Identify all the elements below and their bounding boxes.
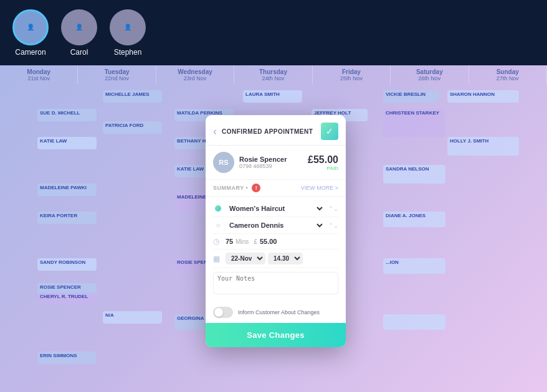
customer-phone: 0798 468539: [239, 163, 303, 169]
appt-block: N/A: [103, 311, 162, 324]
staff-select[interactable]: Cameron Dennis: [227, 221, 325, 230]
service-dot: [215, 205, 221, 212]
cal-header-friday: Friday 25th Nov: [313, 65, 391, 84]
save-changes-button[interactable]: Save Changes: [206, 323, 346, 347]
modal-title: CONFIRMED APPOINTMENT: [222, 128, 321, 135]
notes-textarea[interactable]: [213, 272, 338, 294]
cal-header-thursday: Thursday 24th Nov: [234, 65, 312, 84]
appt-block: SANDRA NELSON: [383, 165, 445, 184]
duration-unit: Mins: [235, 238, 249, 245]
summary-label: SUMMARY •: [213, 185, 248, 191]
appt-block: CHRISTEEN STARKEY: [383, 109, 445, 137]
cameron-name: Cameron: [15, 48, 45, 57]
customer-row: RS Rosie Spencer 0798 468539 £55.00 PAID: [206, 146, 346, 180]
service-select[interactable]: Women's Haircut: [227, 204, 325, 213]
appt-block: PATRICIA FORD: [103, 121, 162, 134]
duration-row: ◷ 75 Mins £ 55.00: [213, 234, 338, 250]
appt-block: ...ION: [383, 258, 445, 274]
person-icon: ○: [213, 220, 223, 230]
currency-symbol: £: [254, 238, 257, 245]
price-amount: £55.00: [308, 154, 338, 166]
date-select[interactable]: 22-Nov: [226, 253, 265, 264]
date-time-row: ▦ 22-Nov 14.30: [213, 250, 338, 268]
view-more-link[interactable]: VIEW MORE >: [301, 185, 338, 191]
service-row: Women's Haircut ⌃⌄: [213, 200, 338, 217]
stephen-avatar: 👤: [110, 9, 146, 45]
clock-icon: ◷: [213, 237, 223, 246]
staff-chevron-icon: ⌃⌄: [328, 222, 338, 229]
top-bar: 👤 Cameron 👤 Carol 👤 Stephen: [0, 0, 547, 65]
summary-bar: SUMMARY • ! VIEW MORE >: [206, 180, 346, 197]
calendar-icon: ▦: [213, 254, 223, 263]
customer-avatar: RS: [213, 152, 234, 173]
appt-block: CHERYL R. TRUDEL: [37, 292, 97, 305]
service-chevron-icon: ⌃⌄: [328, 205, 338, 212]
toggle-label: Inform Customer About Changes: [238, 309, 320, 315]
appt-block: MICHELLE JAMES: [103, 90, 162, 103]
appt-block: HOLLY J. SMITH: [447, 137, 519, 156]
form-section: Women's Haircut ⌃⌄ ○ Cameron Dennis ⌃⌄ ◷…: [206, 197, 346, 304]
appt-block: KATIE LAW: [37, 137, 97, 149]
service-icon: [213, 203, 223, 213]
toggle-knob: [214, 308, 223, 317]
modal-header: ‹ CONFIRMED APPOINTMENT ✓: [206, 115, 346, 146]
paid-badge: PAID: [308, 166, 338, 171]
price-value: 55.00: [260, 238, 277, 245]
cal-header-wednesday: Wednesday 23rd Nov: [156, 65, 234, 84]
carol-name: Carol: [70, 48, 88, 57]
cal-header-saturday: Saturday 26th Nov: [391, 65, 469, 84]
confirm-check-button[interactable]: ✓: [321, 123, 338, 140]
appt-block: SHARON HANNON: [447, 90, 519, 103]
appt-block: SUE D. MICHELL: [37, 109, 97, 121]
cal-header-sunday: Sunday 27th Nov: [469, 65, 547, 84]
back-button[interactable]: ‹: [213, 125, 217, 138]
cal-header-monday: Monday 21st Nov: [0, 65, 78, 84]
appointment-modal: ‹ CONFIRMED APPOINTMENT ✓ RS Rosie Spenc…: [206, 115, 346, 347]
appt-block: VICKIE BRESLIN: [383, 90, 439, 103]
carol-avatar: 👤: [61, 9, 97, 45]
staff-avatar-carol[interactable]: 👤 Carol: [61, 9, 97, 57]
price-block: £55.00 PAID: [308, 154, 338, 171]
cal-header-tuesday: Tuesday 22nd Nov: [78, 65, 156, 84]
staff-avatar-stephen[interactable]: 👤 Stephen: [110, 9, 146, 57]
stephen-name: Stephen: [114, 48, 142, 57]
warning-icon: !: [252, 184, 260, 192]
appt-block: LAURA SMITH: [243, 90, 302, 103]
calendar-header: Monday 21st Nov Tuesday 22nd Nov Wednesd…: [0, 65, 547, 84]
customer-info: Rosie Spencer 0798 468539: [239, 156, 303, 169]
customer-name: Rosie Spencer: [239, 156, 303, 163]
appt-block: MADELEINE PAWKI: [37, 184, 97, 196]
appt-block: DIANE A. JONES: [383, 212, 445, 227]
toggle-row: Inform Customer About Changes: [206, 304, 346, 323]
appt-block: [383, 314, 445, 330]
time-select[interactable]: 14.30: [268, 253, 303, 264]
inform-customer-toggle[interactable]: [213, 307, 233, 318]
appt-block: KEIRA PORTER: [37, 212, 97, 224]
appt-block: ERIN SIMMONS: [37, 352, 97, 364]
cameron-avatar: 👤: [12, 9, 49, 45]
staff-avatar-cameron[interactable]: 👤 Cameron: [12, 9, 49, 57]
appt-block: SANDY ROBINSON: [37, 258, 97, 271]
staff-row: ○ Cameron Dennis ⌃⌄: [213, 217, 338, 234]
duration-value: 75: [226, 238, 233, 245]
